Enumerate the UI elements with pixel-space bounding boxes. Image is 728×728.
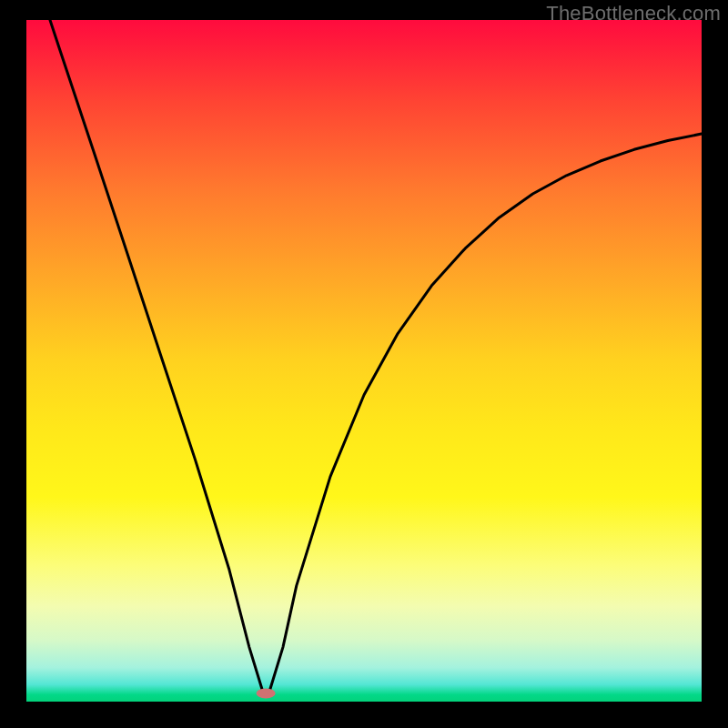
plot-area xyxy=(26,20,702,702)
bottleneck-curve xyxy=(26,20,702,702)
frame: TheBottleneck.com xyxy=(0,0,728,728)
minimum-marker xyxy=(257,688,276,698)
watermark-text: TheBottleneck.com xyxy=(546,2,721,25)
